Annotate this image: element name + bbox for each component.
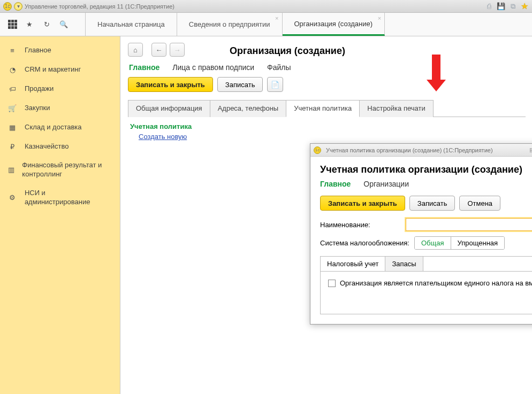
pie-icon: ◔	[7, 65, 17, 74]
sheet-tab-address[interactable]: Адреса, телефоны	[210, 100, 287, 117]
tab-start-page[interactable]: Начальная страница	[86, 13, 177, 36]
dropdown-icon[interactable]: ▾	[14, 2, 22, 11]
tab-label: Сведения о предприятии	[189, 20, 270, 28]
field-row-name: Наименование:	[320, 218, 532, 231]
subtab-main[interactable]: Главное	[129, 63, 159, 72]
subtab-signers[interactable]: Лица с правом подписи	[172, 63, 254, 72]
dlg-save-close-button[interactable]: Записать и закрыть	[320, 196, 405, 211]
sidebar-item-label: CRM и маркетинг	[25, 65, 81, 74]
boxes-icon: ▦	[7, 122, 17, 132]
document-icon-button[interactable]: 📄	[267, 77, 283, 92]
sidebar-item-sales[interactable]: 🏷 Продажи	[0, 79, 120, 98]
name-input[interactable]	[406, 218, 532, 231]
dlg-subtab-main[interactable]: Главное	[320, 180, 351, 188]
save-button[interactable]: Записать	[217, 77, 263, 92]
app-logo-icon: 1c	[314, 146, 321, 154]
content-area: ⌂ ← → Организация (создание) Главное Лиц…	[120, 36, 532, 394]
sidebar-item-crm[interactable]: ◔ CRM и маркетинг	[0, 60, 120, 79]
home-button[interactable]: ⌂	[128, 43, 143, 57]
sidebar-item-label: Казначейство	[25, 142, 69, 151]
inner-tabs: Налоговый учет Запасы Организация являет…	[320, 256, 532, 314]
dlg-save-button[interactable]: Записать	[409, 196, 455, 211]
field-row-tax: Система налогообложения: Общая Упрощенна…	[320, 236, 532, 250]
dialog-actions: Записать и закрыть Записать Отмена Еще ▾…	[320, 196, 532, 211]
policy-dialog: 1c Учетная политика организации (создани…	[310, 143, 532, 325]
star-icon[interactable]: ★	[25, 20, 34, 29]
tax-label: Система налогообложения:	[320, 239, 414, 247]
sidebar-item-label: Главное	[25, 46, 51, 55]
annotation-arrow-icon	[427, 55, 446, 91]
sheet-tabs: Общая информация Адреса, телефоны Учетна…	[128, 99, 526, 117]
page-subtabs: Главное Лица с правом подписи Файлы	[129, 63, 526, 72]
barchart-icon: ▥	[7, 165, 14, 175]
sidebar-item-label: Финансовый результат и контроллинг	[22, 161, 112, 179]
policy-heading: Учетная политика	[130, 122, 519, 130]
dlg-subtab-orgs[interactable]: Организации	[363, 180, 409, 188]
sheet-tab-policy[interactable]: Учетная политика	[286, 100, 360, 117]
copy-icon[interactable]: ⧉	[508, 2, 517, 11]
envd-checkbox-label: Организация является плательщиком единог…	[340, 279, 532, 287]
name-label: Наименование:	[320, 221, 406, 229]
dlg-cancel-button[interactable]: Отмена	[459, 196, 500, 211]
tab-label: Организация (создание)	[294, 20, 373, 28]
dialog-title: Учетная политика организации (создание)	[320, 164, 532, 175]
checkbox-icon[interactable]	[328, 280, 336, 287]
create-new-link[interactable]: Создать новую	[139, 133, 187, 141]
window-title: Управление торговлей, редакция 11 (1С:Пр…	[25, 3, 174, 10]
inner-tab-tax[interactable]: Налоговый учет	[320, 256, 385, 271]
sidebar-item-warehouse[interactable]: ▦ Склад и доставка	[0, 118, 120, 137]
page-title: Организация (создание)	[230, 45, 345, 57]
inner-tab-body: Организация является плательщиком единог…	[321, 271, 532, 314]
sidebar-item-label: Продажи	[25, 84, 54, 94]
dialog-window-title: Учетная политика организации (создание) …	[326, 147, 493, 153]
tab-organization-create[interactable]: Организация (создание) ×	[283, 13, 385, 36]
sidebar-item-label: Закупки	[25, 104, 50, 113]
tax-opt-simplified[interactable]: Упрощенная	[451, 237, 505, 249]
sheet-tab-print[interactable]: Настройка печати	[359, 100, 433, 117]
inner-tab-stock[interactable]: Запасы	[385, 256, 423, 271]
tab-company-info[interactable]: Сведения о предприятии ×	[177, 13, 283, 36]
coin-icon: ₽	[7, 142, 17, 151]
sidebar-item-main[interactable]: ≡ Главное	[0, 41, 120, 60]
sheet-body: Учетная политика Создать новую	[128, 117, 526, 145]
search-icon[interactable]: 🔍	[59, 20, 69, 29]
sidebar-item-treasury[interactable]: ₽ Казначейство	[0, 137, 120, 156]
cart-icon: 🛒	[7, 103, 17, 113]
back-button[interactable]: ←	[151, 43, 166, 57]
close-icon[interactable]: ×	[378, 15, 381, 21]
sidebar: ≡ Главное ◔ CRM и маркетинг 🏷 Продажи 🛒 …	[0, 36, 120, 394]
save-icon[interactable]: 💾	[497, 2, 505, 11]
menu-icon: ≡	[7, 45, 17, 55]
favorite-icon[interactable]: ★	[520, 2, 529, 11]
main-tab-band: ★ ↻ 🔍 Начальная страница Сведения о пред…	[0, 13, 532, 36]
tax-opt-general[interactable]: Общая	[415, 237, 451, 249]
history-icon[interactable]: ↻	[42, 20, 51, 29]
print-icon[interactable]: ⎙	[485, 2, 493, 11]
apps-grid-icon[interactable]	[7, 20, 17, 29]
dialog-titlebar[interactable]: 1c Учетная политика организации (создани…	[310, 144, 532, 157]
sidebar-item-purchases[interactable]: 🛒 Закупки	[0, 98, 120, 118]
sidebar-item-label: НСИ и администрирование	[25, 189, 112, 207]
tab-label: Начальная страница	[97, 20, 165, 28]
app-logo-icon: 1c	[3, 2, 12, 11]
sidebar-item-finance[interactable]: ▥ Финансовый результат и контроллинг	[0, 156, 120, 184]
window-titlebar: 1c ▾ Управление торговлей, редакция 11 (…	[0, 0, 532, 13]
close-icon[interactable]: ×	[275, 15, 278, 21]
tax-segment: Общая Упрощенная	[414, 236, 505, 250]
dialog-subtabs: Главное Организации	[320, 180, 532, 188]
page-actions: Записать и закрыть Записать 📄	[128, 77, 526, 92]
subtab-files[interactable]: Файлы	[267, 63, 291, 72]
sidebar-item-label: Склад и доставка	[25, 123, 82, 132]
forward-button[interactable]: →	[170, 43, 185, 57]
doc-icon[interactable]: ▤	[528, 146, 532, 154]
sidebar-item-admin[interactable]: ⚙ НСИ и администрирование	[0, 184, 120, 212]
toolbar-left: ★ ↻ 🔍	[0, 13, 86, 36]
gear-icon: ⚙	[7, 193, 17, 203]
save-close-button[interactable]: Записать и закрыть	[128, 77, 213, 92]
envd-checkbox-row[interactable]: Организация является плательщиком единог…	[328, 279, 532, 287]
sheet-tab-general[interactable]: Общая информация	[128, 100, 210, 117]
tag-icon: 🏷	[7, 84, 17, 94]
